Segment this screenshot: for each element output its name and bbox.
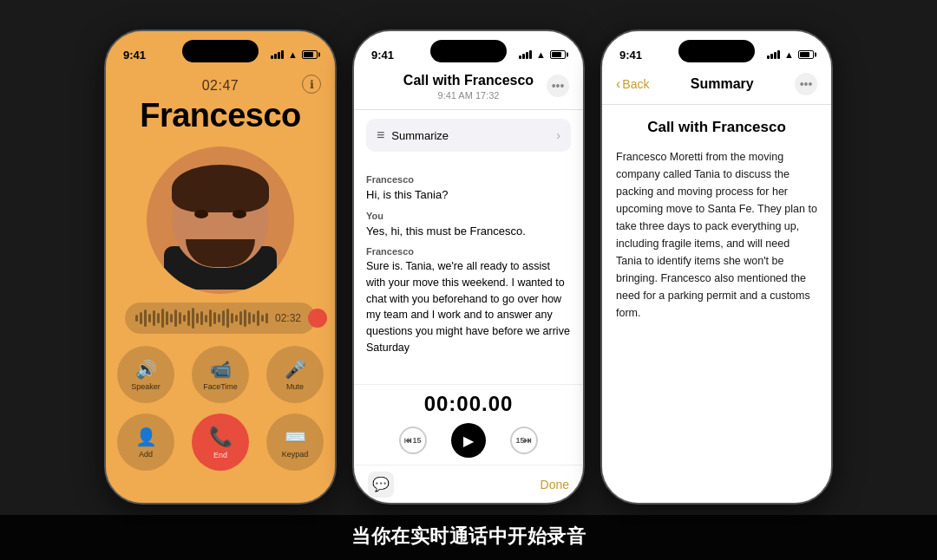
mute-button[interactable]: 🎤 Mute bbox=[266, 346, 324, 403]
waveform-bar bbox=[196, 313, 199, 323]
play-button[interactable]: ▶ bbox=[451, 423, 486, 458]
signal-bar bbox=[774, 52, 776, 59]
skip-forward-button[interactable]: 15⏭ bbox=[510, 427, 538, 454]
avatar bbox=[147, 147, 294, 294]
record-button[interactable] bbox=[308, 309, 327, 328]
waveform-bar bbox=[261, 315, 264, 322]
waveform-bar bbox=[187, 310, 190, 326]
call-screen: 9:41 ▲ ℹ 02:47 Francesco bbox=[106, 31, 335, 503]
add-label: Add bbox=[139, 450, 153, 459]
transcript-text-3: Sure is. Tania, we're all ready to assis… bbox=[366, 258, 571, 356]
end-icon: 📞 bbox=[209, 426, 233, 448]
status-time-2: 9:41 bbox=[371, 49, 394, 62]
battery-icon-2 bbox=[550, 50, 566, 59]
waveform-bar bbox=[183, 315, 186, 322]
speaker-button[interactable]: 🔊 Speaker bbox=[117, 346, 174, 403]
call-buttons-row-1: 🔊 Speaker 📹 FaceTime 🎤 Mute bbox=[117, 346, 324, 403]
signal-bar-1 bbox=[271, 55, 273, 59]
signal-bar-4 bbox=[281, 50, 284, 59]
waveform-bar bbox=[148, 314, 151, 322]
signal-bar-2 bbox=[274, 54, 277, 59]
summary-body: Francesco Moretti from the moving compan… bbox=[616, 148, 817, 322]
summary-screen: 9:41 ▲ ‹ Back bbox=[602, 31, 831, 503]
waveform-bar bbox=[209, 309, 212, 327]
end-label: End bbox=[213, 451, 227, 459]
waveform-bar bbox=[140, 312, 142, 324]
subtitle-text: 当你在实时通话中开始录音 bbox=[351, 525, 586, 547]
waveform-bar bbox=[157, 313, 160, 323]
back-label: Back bbox=[622, 77, 649, 91]
signal-bar-3 bbox=[278, 52, 280, 59]
keypad-button[interactable]: ⌨️ Keypad bbox=[266, 413, 324, 471]
transcript-speaker-2: You bbox=[366, 211, 571, 221]
back-button[interactable]: ‹ Back bbox=[616, 76, 649, 92]
memoji bbox=[151, 151, 290, 290]
summarize-label: Summarize bbox=[391, 129, 449, 142]
speaker-icon: 🔊 bbox=[135, 359, 157, 380]
signal-bar bbox=[767, 55, 770, 59]
waveform-bar bbox=[205, 315, 207, 322]
memoji-eye-right bbox=[233, 210, 246, 218]
signal-bar bbox=[522, 54, 525, 59]
chat-icon[interactable]: 💬 bbox=[368, 472, 394, 498]
waveform-bar bbox=[135, 315, 138, 322]
transcript-text-1: Hi, is this Tania? bbox=[366, 186, 571, 204]
transcript-bottom-bar: 💬 Done bbox=[354, 465, 583, 503]
dynamic-island-3 bbox=[678, 40, 755, 62]
memoji-hair bbox=[172, 165, 269, 212]
signal-icon-3 bbox=[767, 50, 780, 59]
signal-bar bbox=[770, 54, 773, 59]
facetime-label: FaceTime bbox=[203, 382, 238, 391]
waveform-bar bbox=[144, 309, 147, 327]
audio-controls: ⏮15 ▶ 15⏭ bbox=[399, 423, 538, 458]
waveform-bar bbox=[222, 310, 225, 326]
play-icon: ▶ bbox=[463, 433, 474, 449]
audio-time-display: 00:00.00 bbox=[424, 392, 514, 416]
summary-call-title: Call with Francesco bbox=[616, 119, 817, 136]
add-button[interactable]: 👤 Add bbox=[117, 413, 174, 471]
waveform-bar bbox=[248, 312, 251, 324]
status-time-1: 9:41 bbox=[123, 49, 146, 62]
speaker-label: Speaker bbox=[131, 382, 161, 391]
waveform-bar bbox=[218, 314, 220, 322]
summary-title: Summary bbox=[691, 76, 754, 92]
status-icons-1: ▲ bbox=[271, 49, 318, 60]
call-timer: 02:47 bbox=[202, 78, 239, 94]
waveform-bar bbox=[265, 313, 268, 323]
transcript-speaker-3: Francesco bbox=[366, 246, 571, 257]
done-button[interactable]: Done bbox=[541, 478, 569, 492]
waveform-bar bbox=[226, 309, 229, 328]
summarize-bar-left: ≡ Summarize bbox=[377, 127, 449, 143]
call-duration: 02:32 bbox=[275, 312, 301, 324]
status-time-3: 9:41 bbox=[619, 49, 642, 62]
call-buttons-row-2: 👤 Add 📞 End ⌨️ Keypad bbox=[117, 413, 324, 471]
phone-transcript: 9:41 ▲ Call with Francesco 9:41 bbox=[352, 29, 585, 505]
waveform-bar bbox=[192, 308, 194, 329]
dynamic-island bbox=[182, 40, 259, 62]
skip-back-icon: ⏮15 bbox=[404, 436, 421, 445]
more-button[interactable]: ••• bbox=[547, 75, 569, 97]
waveform-bar bbox=[213, 312, 216, 324]
signal-bar bbox=[526, 52, 528, 59]
skip-back-button[interactable]: ⏮15 bbox=[399, 427, 427, 454]
wifi-icon-2: ▲ bbox=[536, 49, 546, 60]
waveform-bar bbox=[235, 315, 238, 322]
signal-bar bbox=[519, 55, 521, 59]
summarize-bar[interactable]: ≡ Summarize › bbox=[366, 119, 571, 152]
waveform-bar bbox=[179, 312, 181, 324]
waveform-bars bbox=[135, 308, 268, 329]
audio-player: 00:00.00 ⏮15 ▶ 15⏭ bbox=[354, 384, 583, 465]
call-info-button[interactable]: ℹ bbox=[302, 75, 321, 94]
signal-icon bbox=[271, 50, 284, 59]
phones-container: 9:41 ▲ ℹ 02:47 Francesco bbox=[0, 0, 937, 560]
signal-icon-2 bbox=[519, 50, 532, 59]
wifi-icon-3: ▲ bbox=[784, 49, 794, 60]
waveform-bar bbox=[239, 311, 242, 325]
status-icons-2: ▲ bbox=[519, 49, 566, 60]
facetime-button[interactable]: 📹 FaceTime bbox=[192, 346, 249, 403]
summary-more-button[interactable]: ••• bbox=[795, 73, 817, 95]
transcript-screen: 9:41 ▲ Call with Francesco 9:41 bbox=[354, 31, 583, 503]
waveform-bar bbox=[170, 314, 173, 322]
battery-fill-2 bbox=[552, 52, 561, 57]
end-call-button[interactable]: 📞 End bbox=[192, 413, 249, 471]
